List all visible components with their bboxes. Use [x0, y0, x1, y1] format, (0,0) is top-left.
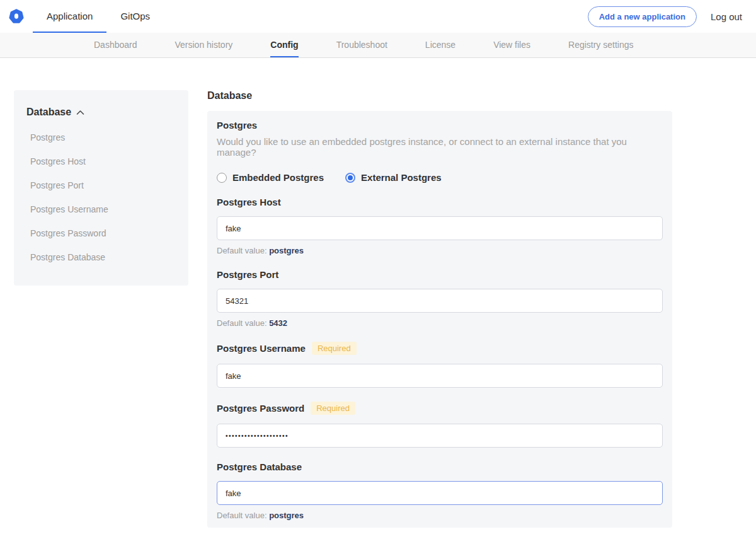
logout-button[interactable]: Log out — [711, 11, 742, 22]
required-badge: Required — [311, 402, 355, 415]
config-item-postgres-host: Postgres Host Default value: postgres — [217, 197, 663, 255]
default-prefix: Default value: — [217, 246, 267, 255]
postgres-radio-group: Embedded Postgres External Postgres — [217, 172, 663, 183]
top-nav: Application GitOps Add a new application… — [0, 0, 756, 33]
app-logo — [6, 0, 33, 33]
config-item-postgres: Postgres Would you like to use an embedd… — [217, 120, 663, 183]
config-item-postgres-username: Postgres Username Required — [217, 342, 663, 388]
sidebar-item-postgres-username[interactable]: Postgres Username — [26, 197, 176, 221]
postgres-host-default-hint: Default value: postgres — [217, 246, 663, 255]
postgres-password-label-row: Postgres Password Required — [217, 402, 663, 415]
postgres-database-input[interactable] — [217, 481, 663, 505]
tab-application-label: Application — [47, 11, 93, 21]
config-main: Database Postgres Would you like to use … — [207, 90, 672, 551]
postgres-username-label: Postgres Username — [217, 343, 306, 354]
sidebar-item-postgres-port[interactable]: Postgres Port — [26, 173, 176, 197]
sidebar-item-postgres[interactable]: Postgres — [26, 125, 176, 149]
config-item-postgres-password: Postgres Password Required — [217, 402, 663, 448]
tab-application[interactable]: Application — [33, 0, 106, 33]
subnav-item-version-history[interactable]: Version history — [175, 33, 233, 57]
radio-external-postgres-label: External Postgres — [361, 172, 442, 183]
app-tabs: Application GitOps — [33, 0, 164, 33]
tab-gitops-label: GitOps — [120, 11, 150, 21]
subnav-item-view-files[interactable]: View files — [493, 33, 530, 57]
postgres-database-label: Postgres Database — [217, 461, 302, 472]
default-prefix: Default value: — [217, 318, 267, 328]
subnav-item-config[interactable]: Config — [270, 33, 298, 57]
sidebar-item-list: Postgres Postgres Host Postgres Port Pos… — [26, 125, 176, 269]
postgres-password-label: Postgres Password — [217, 403, 304, 414]
postgres-port-input[interactable] — [217, 289, 663, 313]
postgres-username-input[interactable] — [217, 364, 663, 388]
subnav-version-history-label: Version history — [175, 40, 233, 50]
subnav-view-files-label: View files — [493, 40, 530, 50]
tab-gitops[interactable]: GitOps — [106, 0, 164, 33]
add-application-button[interactable]: Add a new application — [588, 6, 697, 27]
postgres-host-input[interactable] — [217, 216, 663, 240]
sidebar-group-database[interactable]: Database — [26, 107, 176, 118]
subnav-config-label: Config — [270, 40, 298, 50]
postgres-port-label: Postgres Port — [217, 269, 278, 280]
required-badge: Required — [312, 342, 357, 355]
config-item-postgres-port: Postgres Port Default value: 5432 — [217, 269, 663, 328]
chevron-up-icon — [76, 110, 84, 115]
subnav-dashboard-label: Dashboard — [94, 40, 137, 50]
subnav-item-registry-settings[interactable]: Registry settings — [568, 33, 633, 57]
config-item-postgres-database: Postgres Database Default value: postgre… — [217, 461, 663, 520]
default-value: postgres — [269, 511, 304, 520]
postgres-help-text: Would you like to use an embedded postgr… — [217, 136, 663, 158]
kots-logo-icon — [9, 9, 24, 24]
sidebar-item-postgres-database[interactable]: Postgres Database — [26, 245, 176, 269]
radio-embedded-postgres[interactable]: Embedded Postgres — [217, 172, 324, 183]
app-subnav: Dashboard Version history Config Trouble… — [0, 33, 756, 58]
postgres-database-label-row: Postgres Database — [217, 461, 663, 472]
postgres-port-default-hint: Default value: 5432 — [217, 318, 663, 328]
sidebar-item-postgres-host[interactable]: Postgres Host — [26, 149, 176, 173]
postgres-port-label-row: Postgres Port — [217, 269, 663, 280]
default-value: postgres — [269, 246, 304, 255]
subnav-registry-settings-label: Registry settings — [568, 40, 633, 50]
config-page: Database Postgres Postgres Host Postgres… — [0, 90, 756, 551]
postgres-database-default-hint: Default value: postgres — [217, 511, 663, 520]
radio-unselected-icon — [217, 173, 227, 183]
radio-external-postgres[interactable]: External Postgres — [345, 172, 442, 183]
config-sidebar: Database Postgres Postgres Host Postgres… — [14, 90, 188, 286]
postgres-host-label-row: Postgres Host — [217, 197, 663, 207]
subnav-item-dashboard[interactable]: Dashboard — [94, 33, 137, 57]
topnav-right: Add a new application Log out — [588, 0, 756, 33]
radio-embedded-postgres-label: Embedded Postgres — [232, 172, 324, 183]
sidebar-item-postgres-password[interactable]: Postgres Password — [26, 221, 176, 245]
subnav-item-license[interactable]: License — [425, 33, 455, 57]
config-card: Postgres Would you like to use an embedd… — [207, 111, 672, 528]
postgres-group-label: Postgres — [217, 120, 663, 130]
radio-selected-icon — [345, 173, 355, 183]
default-prefix: Default value: — [217, 511, 267, 520]
subnav-item-troubleshoot[interactable]: Troubleshoot — [336, 33, 387, 57]
default-value: 5432 — [269, 318, 287, 328]
postgres-password-input[interactable] — [217, 424, 663, 448]
subnav-license-label: License — [425, 40, 455, 50]
section-title: Database — [207, 90, 672, 102]
postgres-username-label-row: Postgres Username Required — [217, 342, 663, 355]
postgres-host-label: Postgres Host — [217, 197, 281, 207]
sidebar-group-database-label: Database — [26, 107, 71, 118]
subnav-troubleshoot-label: Troubleshoot — [336, 40, 387, 50]
